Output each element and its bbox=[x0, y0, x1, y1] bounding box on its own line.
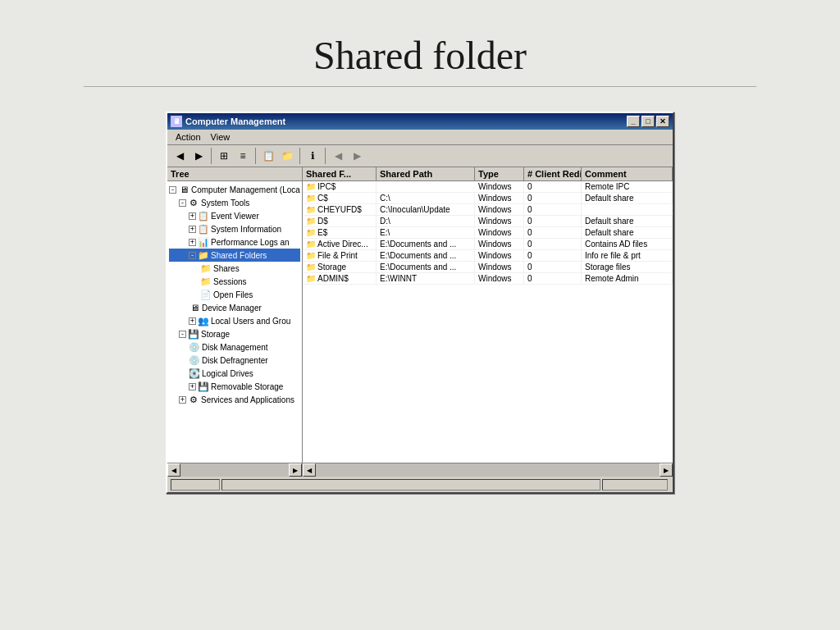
cell-shared-path: E:\WINNT bbox=[377, 273, 475, 284]
col-shared-folder[interactable]: Shared F... bbox=[303, 167, 377, 180]
tree-item-services-apps[interactable]: + ⚙ Services and Applications bbox=[169, 393, 300, 406]
col-shared-path[interactable]: Shared Path bbox=[377, 167, 475, 180]
cell-shared-folder: 📁 ADMIN$ bbox=[303, 273, 377, 284]
cell-client-redir: 0 bbox=[524, 216, 582, 226]
tree-item-disk-mgmt[interactable]: 💿 Disk Management bbox=[169, 340, 300, 354]
tree-item-system-info[interactable]: + 📋 System Information bbox=[169, 222, 300, 235]
toolbar-btn6[interactable]: ◀ bbox=[329, 147, 347, 165]
expander-services-apps[interactable]: + bbox=[179, 396, 186, 404]
toolbar-forward[interactable]: ▶ bbox=[189, 147, 208, 165]
tree-item-perf-logs[interactable]: + 📊 Performance Logs an bbox=[169, 235, 300, 249]
expander-computer-mgmt[interactable]: - bbox=[169, 186, 176, 194]
window-body: Tree - 🖥 Computer Management (Loca - ⚙ S… bbox=[167, 167, 673, 463]
tree-item-disk-defrag[interactable]: 💿 Disk Defragnenter bbox=[169, 354, 300, 367]
list-item[interactable]: 📁 ADMIN$ E:\WINNT Windows 0 Remote Admin bbox=[303, 273, 673, 285]
tree-item-shared-folders[interactable]: - 📁 Shared Folders bbox=[169, 249, 300, 262]
cell-shared-folder: 📁 C$ bbox=[303, 193, 377, 203]
expander-storage[interactable]: - bbox=[179, 331, 186, 338]
cell-type: Windows bbox=[475, 273, 524, 284]
titlebar-icon: 🖥 bbox=[171, 116, 182, 127]
toolbar-sep1 bbox=[211, 148, 212, 164]
cell-client-redir: 0 bbox=[524, 204, 582, 215]
cell-type: Windows bbox=[475, 239, 524, 249]
tree-item-device-manager[interactable]: 🖥 Device Manager bbox=[169, 301, 300, 314]
cell-client-redir: 0 bbox=[524, 239, 582, 249]
cell-type: Windows bbox=[475, 216, 524, 226]
toolbar-btn1[interactable]: ⊞ bbox=[215, 147, 233, 165]
cell-type: Windows bbox=[475, 262, 524, 272]
toolbar-btn4[interactable]: 📁 bbox=[278, 147, 296, 165]
expander-removable-storage[interactable]: + bbox=[189, 383, 196, 390]
scroll-left-btn[interactable]: ◀ bbox=[167, 463, 180, 477]
list-item[interactable]: 📁 Active Direc... E:\Documents and ... W… bbox=[303, 239, 673, 250]
content-panel: Shared F... Shared Path Type # Client Re… bbox=[303, 167, 673, 463]
tree-label-shared-folders: Shared Folders bbox=[211, 251, 267, 260]
tree-item-shares[interactable]: 📁 Shares bbox=[169, 262, 300, 275]
list-item[interactable]: 📁 IPC$ Windows 0 Remote IPC bbox=[303, 181, 673, 193]
cell-comment: Default share bbox=[582, 227, 673, 238]
tree-item-open-files[interactable]: 📄 Open Files bbox=[169, 288, 300, 301]
list-item[interactable]: 📁 File & Print E:\Documents and ... Wind… bbox=[303, 250, 673, 262]
col-client-redir[interactable]: # Client Redir ... bbox=[524, 167, 582, 180]
toolbar-btn7[interactable]: ▶ bbox=[348, 147, 366, 165]
expander-event-viewer[interactable]: + bbox=[189, 212, 196, 220]
list-item[interactable]: 📁 CHEYUFD$ C:\Inoculan\Update Windows 0 bbox=[303, 204, 673, 216]
expander-local-users[interactable]: + bbox=[189, 317, 196, 325]
disk-mgmt-icon: 💿 bbox=[189, 341, 200, 353]
minimize-button[interactable]: _ bbox=[627, 116, 640, 127]
menu-action[interactable]: Action bbox=[171, 131, 206, 143]
scroll-left-btn2[interactable]: ◀ bbox=[303, 463, 316, 477]
slide-title: Shared folder bbox=[313, 33, 527, 78]
toolbar-btn5[interactable]: ℹ bbox=[304, 147, 322, 165]
list-item[interactable]: 📁 C$ C:\ Windows 0 Default share bbox=[303, 193, 673, 204]
tree-label-disk-defrag: Disk Defragnenter bbox=[202, 356, 268, 365]
tree-item-system-tools[interactable]: - ⚙ System Tools bbox=[169, 196, 300, 209]
system-info-icon: 📋 bbox=[198, 223, 209, 235]
divider bbox=[84, 86, 756, 87]
device-manager-icon: 🖥 bbox=[189, 302, 200, 313]
menu-view[interactable]: View bbox=[206, 131, 235, 143]
tree-item-logical-drives[interactable]: 💽 Logical Drives bbox=[169, 367, 300, 380]
storage-icon: 💾 bbox=[188, 328, 199, 340]
perf-logs-icon: 📊 bbox=[198, 236, 209, 248]
tree-item-event-viewer[interactable]: + 📋 Event Viewer bbox=[169, 209, 300, 222]
tree-item-local-users[interactable]: + 👥 Local Users and Grou bbox=[169, 314, 300, 327]
expander-shared-folders[interactable]: - bbox=[189, 252, 196, 259]
titlebar-title: Computer Management bbox=[185, 116, 623, 126]
list-item[interactable]: 📁 Storage E:\Documents and ... Windows 0… bbox=[303, 262, 673, 273]
cell-comment: Default share bbox=[582, 193, 673, 203]
list-item[interactable]: 📁 D$ D:\ Windows 0 Default share bbox=[303, 216, 673, 227]
tree-item-storage[interactable]: - 💾 Storage bbox=[169, 327, 300, 340]
logical-drives-icon: 💽 bbox=[189, 368, 200, 379]
tree-label-event-viewer: Event Viewer bbox=[211, 212, 259, 221]
maximize-button[interactable]: □ bbox=[641, 116, 655, 127]
cell-shared-folder: 📁 D$ bbox=[303, 216, 377, 226]
scrollbar-area: ◀ ▶ ◀ ▶ bbox=[167, 463, 673, 476]
toolbar-sep3 bbox=[299, 148, 300, 164]
col-type[interactable]: Type bbox=[475, 167, 524, 180]
scroll-track-right[interactable] bbox=[316, 463, 660, 477]
tree-label-device-manager: Device Manager bbox=[202, 304, 262, 313]
tree-label-computer-mgmt: Computer Management (Loca bbox=[191, 185, 300, 194]
titlebar: 🖥 Computer Management _ □ ✕ bbox=[167, 113, 673, 130]
col-comment[interactable]: Comment bbox=[582, 167, 673, 180]
tree-label-sessions: Sessions bbox=[213, 277, 247, 286]
tree-item-computer-mgmt[interactable]: - 🖥 Computer Management (Loca bbox=[169, 183, 300, 196]
cell-shared-path: E:\ bbox=[377, 227, 475, 238]
cell-type: Windows bbox=[475, 204, 524, 215]
right-scrollbar: ◀ ▶ bbox=[303, 463, 673, 476]
close-button[interactable]: ✕ bbox=[656, 116, 669, 127]
list-item[interactable]: 📁 E$ E:\ Windows 0 Default share bbox=[303, 227, 673, 239]
expander-perf-logs[interactable]: + bbox=[189, 239, 196, 246]
cell-shared-folder: 📁 File & Print bbox=[303, 250, 377, 261]
expander-system-tools[interactable]: - bbox=[179, 199, 186, 207]
tree-item-sessions[interactable]: 📁 Sessions bbox=[169, 275, 300, 288]
toolbar-back[interactable]: ◀ bbox=[171, 147, 189, 165]
tree-item-removable-storage[interactable]: + 💾 Removable Storage bbox=[169, 380, 300, 393]
expander-system-info[interactable]: + bbox=[189, 226, 196, 233]
toolbar-btn3[interactable]: 📋 bbox=[259, 147, 277, 165]
toolbar-btn2[interactable]: ≡ bbox=[234, 147, 252, 165]
scroll-right-btn-left[interactable]: ▶ bbox=[289, 463, 302, 477]
scroll-track-left[interactable] bbox=[180, 463, 289, 477]
scroll-right-btn2[interactable]: ▶ bbox=[660, 463, 673, 477]
